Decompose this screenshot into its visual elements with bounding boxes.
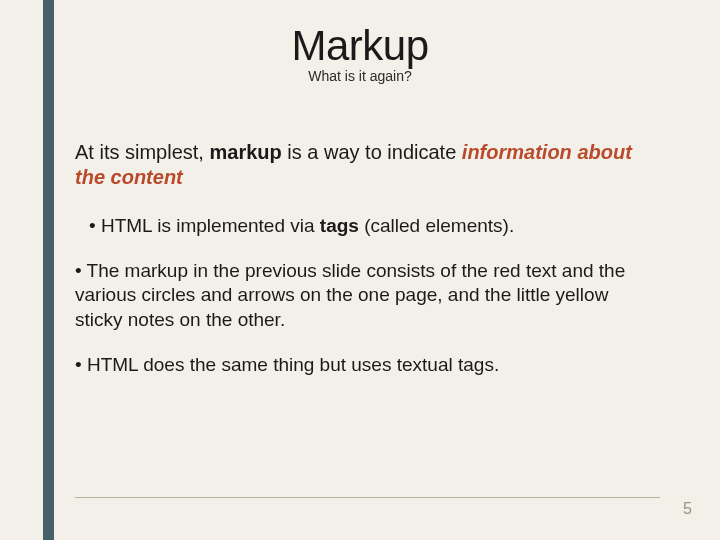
slide-subtitle: What is it again?: [0, 68, 720, 84]
bullet-2: • The markup in the previous slide consi…: [75, 259, 660, 333]
content: At its simplest, markup is a way to indi…: [75, 140, 660, 397]
intro-pre: At its simplest,: [75, 141, 209, 163]
bullet-1-pre: • HTML is implemented via: [89, 215, 320, 236]
bullet-1-post: (called elements).: [359, 215, 514, 236]
intro-mid: is a way to indicate: [282, 141, 462, 163]
bullet-3: • HTML does the same thing but uses text…: [75, 353, 660, 378]
intro-text: At its simplest, markup is a way to indi…: [75, 140, 660, 190]
slide-title: Markup: [0, 22, 720, 70]
accent-bar: [43, 0, 54, 540]
bullet-1-bold: tags: [320, 215, 359, 236]
intro-bold: markup: [209, 141, 281, 163]
bullet-1: • HTML is implemented via tags (called e…: [75, 214, 660, 239]
header: Markup What is it again?: [0, 0, 720, 84]
footer-rule: [75, 497, 660, 498]
page-number: 5: [683, 500, 692, 518]
